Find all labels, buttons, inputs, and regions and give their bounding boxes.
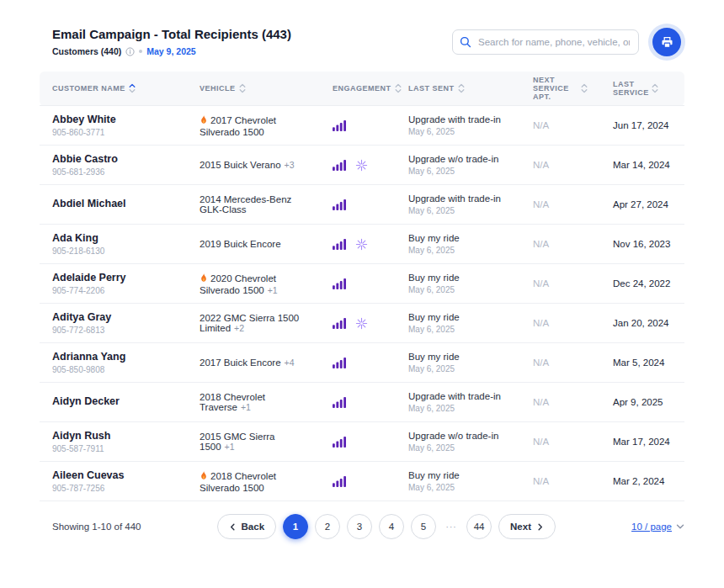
customer-name[interactable]: Abdiel Michael — [52, 198, 174, 209]
last-sent-date: May 6, 2025 — [408, 443, 508, 453]
pagination-page-5[interactable]: 5 — [411, 514, 436, 539]
vehicle-name: 2015 Buick Verano — [200, 160, 281, 170]
pagination-page-4[interactable]: 4 — [379, 514, 404, 539]
customer-name[interactable]: Abbey White — [52, 114, 174, 125]
last-sent-date: May 6, 2025 — [408, 167, 508, 176]
pagination-page-2[interactable]: 2 — [315, 514, 340, 539]
last-service: Apr 9, 2025 — [600, 383, 684, 422]
vehicle-name: 2015 GMC Sierra 1500 — [200, 432, 274, 452]
customer-name[interactable]: Adrianna Yang — [52, 351, 174, 363]
last-service: Mar 5, 2024 — [600, 343, 684, 383]
separator-dot — [139, 50, 142, 53]
vehicle-name: 2018 Chevrolet Traverse — [200, 392, 265, 412]
search-input[interactable] — [452, 29, 639, 55]
column-label: ENGAGEMENT — [333, 84, 391, 93]
last-sent-campaign: Buy my ride — [408, 352, 508, 362]
hot-lead-icon — [200, 273, 208, 285]
next-service-apt: N/A — [520, 185, 600, 225]
last-sent-date: May 6, 2025 — [408, 404, 508, 413]
customer-name[interactable]: Aileen Cuevas — [52, 469, 174, 481]
table-row[interactable]: Aditya Gray 905-772-6813 2022 GMC Sierra… — [40, 304, 684, 343]
sort-icon — [652, 83, 658, 93]
column-label: LAST SENT — [408, 84, 455, 93]
showing-count: Showing 1-10 of 440 — [52, 522, 141, 532]
customer-name[interactable]: Adelaide Perry — [52, 272, 174, 283]
table-row[interactable]: Adelaide Perry 905-774-2206 2020 Chevrol… — [40, 264, 684, 304]
customer-phone: 905-787-7256 — [52, 484, 174, 493]
customer-phone: 905-850-9808 — [52, 365, 174, 374]
engagement-bars-icon — [333, 358, 346, 368]
vehicle-extra-badge[interactable]: +1 — [225, 442, 235, 452]
last-sent-date: May 6, 2025 — [408, 325, 508, 334]
last-service: Mar 14, 2024 — [600, 146, 684, 185]
customer-name[interactable]: Ada King — [52, 232, 174, 244]
customer-name[interactable]: Aditya Gray — [52, 311, 174, 323]
last-service: Mar 17, 2024 — [600, 422, 684, 462]
page-size-selector[interactable]: 10 / page — [631, 522, 684, 532]
last-sent-date: May 6, 2025 — [408, 127, 508, 136]
back-button[interactable]: Back — [217, 514, 277, 539]
search-icon — [460, 36, 471, 51]
engagement-bars-icon — [333, 120, 346, 131]
column-header-vehicle[interactable]: VEHICLE — [187, 72, 320, 106]
engagement-bars-icon — [333, 318, 346, 329]
sort-icon — [239, 83, 246, 93]
vehicle-extra-badge[interactable]: +1 — [241, 402, 251, 412]
customer-name[interactable]: Aidyn Rush — [52, 430, 174, 442]
vehicle-extra-badge[interactable]: +1 — [268, 285, 278, 295]
next-service-apt: N/A — [520, 304, 600, 343]
next-label: Next — [510, 522, 531, 532]
customer-name[interactable]: Abbie Castro — [52, 153, 174, 165]
recipients-table: CUSTOMER NAME VEHICLE — [40, 72, 684, 501]
customer-name[interactable]: Aidyn Decker — [52, 395, 174, 407]
last-service: Mar 2, 2024 — [600, 462, 684, 501]
vehicle-extra-badge[interactable]: +3 — [285, 160, 295, 170]
last-sent-campaign: Buy my ride — [408, 233, 508, 243]
engagement-bars-icon — [333, 239, 346, 250]
table-row[interactable]: Aileen Cuevas 905-787-7256 2018 Chevrole… — [40, 462, 684, 501]
table-row[interactable]: Aidyn Rush 905-587-7911 2015 GMC Sierra … — [40, 422, 684, 462]
customer-phone: 905-772-6813 — [52, 326, 174, 335]
pagination-ellipsis[interactable]: ··· — [443, 522, 460, 532]
column-header-engagement[interactable]: ENGAGEMENT — [320, 72, 396, 106]
column-header-next-service-apt[interactable]: NEXT SERVICE APT. — [520, 72, 600, 106]
column-header-customer-name[interactable]: CUSTOMER NAME — [40, 72, 187, 106]
last-service: Jan 20, 2024 — [600, 304, 684, 343]
engagement-bars-icon — [333, 160, 346, 171]
column-header-last-sent[interactable]: LAST SENT — [396, 72, 520, 106]
vehicle-name: 2017 Chevrolet Silverado 1500 — [200, 115, 276, 137]
next-service-apt: N/A — [520, 343, 600, 383]
table-row[interactable]: Abdiel Michael 2014 Mercedes-Benz GLK-Cl… — [40, 185, 684, 225]
table-row[interactable]: Aidyn Decker 2018 Chevrolet Traverse+1 — [40, 383, 684, 422]
pagination-page-1[interactable]: 1 — [283, 514, 308, 539]
last-sent-campaign: Buy my ride — [408, 273, 508, 283]
last-sent-campaign: Buy my ride — [408, 312, 508, 322]
last-sent-date: May 6, 2025 — [408, 246, 508, 255]
chevron-down-icon — [676, 523, 684, 530]
table-row[interactable]: Adrianna Yang 905-850-9808 2017 Buick En… — [40, 343, 684, 383]
info-icon[interactable] — [125, 47, 135, 56]
column-header-last-service[interactable]: LAST SERVICE — [600, 72, 684, 106]
table-row[interactable]: Ada King 905-218-6130 2019 Buick Encore — [40, 225, 684, 264]
last-sent-campaign: Upgrade with trade-in — [408, 391, 508, 401]
pagination-page-44[interactable]: 44 — [466, 514, 492, 539]
table-row[interactable]: Abbie Castro 905-681-2936 2015 Buick Ver… — [40, 146, 684, 185]
table-body: Abbey White 905-860-3771 2017 Chevrolet … — [40, 106, 684, 501]
column-label: CUSTOMER NAME — [52, 84, 125, 93]
vehicle-name: 2018 Chevrolet Silverado 1500 — [200, 471, 276, 493]
vehicle-extra-badge[interactable]: +2 — [234, 323, 244, 333]
header-actions — [452, 28, 684, 56]
last-sent-campaign: Upgrade w/o trade-in — [408, 154, 508, 164]
customer-phone: 905-774-2206 — [52, 286, 174, 295]
pagination-pages: 12345···44 — [283, 514, 492, 539]
pagination-page-3[interactable]: 3 — [347, 514, 372, 539]
print-button[interactable] — [652, 28, 681, 56]
next-button[interactable]: Next — [498, 514, 556, 539]
table-row[interactable]: Abbey White 905-860-3771 2017 Chevrolet … — [40, 106, 684, 146]
hot-lead-icon — [200, 470, 208, 483]
vehicle-extra-badge[interactable]: +4 — [285, 358, 295, 368]
pagination: Back 12345···44 Next — [217, 514, 556, 539]
engagement-bars-icon — [333, 476, 346, 487]
last-sent-date: May 6, 2025 — [408, 206, 508, 215]
last-service: Apr 27, 2024 — [600, 185, 684, 225]
